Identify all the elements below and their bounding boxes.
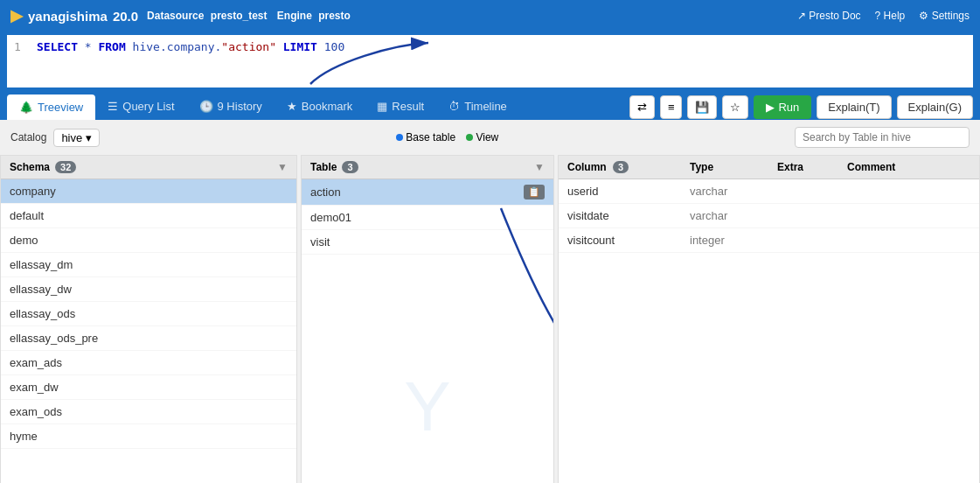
schema-item-ellassay_dm[interactable]: ellassay_dm [1,253,296,277]
col-comment-visitdate [847,209,970,222]
col-comment-userid [847,185,970,198]
col-name-userid: userid [567,185,690,198]
col-header-extra: Extra [777,161,847,173]
col-extra-visitdate [777,209,847,222]
table-item-demo01[interactable]: demo01 [302,206,553,230]
column-header-row: Column 3 Type Extra Comment [559,156,979,179]
schema-item-ellassay_ods_pre[interactable]: ellassay_ods_pre [1,326,296,351]
column-list: userid varchar visitdate varchar visitco… [559,179,979,483]
explain-g-button[interactable]: Explain(G) [897,95,973,119]
column-panel: Column 3 Type Extra Comment userid varch… [558,155,980,483]
table-icon: ▦ [377,100,387,113]
schema-title: Schema [10,161,50,173]
view-legend: View [466,131,498,144]
schema-panel-header: Schema 32 ▼ [1,156,296,179]
col-name-visitdate: visitdate [567,209,690,222]
table-count: 3 [342,161,358,173]
base-table-legend: Base table [396,131,455,144]
tab-timeline[interactable]: ⏱ Timeline [436,94,519,120]
view-dot [466,134,473,141]
col-header-comment: Comment [847,161,970,173]
schema-item-ellassay_ods[interactable]: ellassay_ods [1,302,296,326]
column-count: 3 [613,161,629,173]
gear-icon: ⚙ [919,10,928,22]
watermark: Y [302,332,553,484]
table-list: action 📋 demo01 visit [302,179,553,332]
run-button[interactable]: ▶ Run [754,95,811,119]
line-number: 1 [14,40,28,53]
tab-querylist[interactable]: ☰ Query List [95,94,186,120]
header-right: ↗ Presto Doc ? Help ⚙ Settings [797,10,970,22]
brand: ▶ yanagishima 20.0 [10,6,138,25]
tab-result[interactable]: ▦ Result [365,94,436,120]
tabs-right: ⇄ ≡ 💾 ☆ ▶ Run Explain(T) Explain(G) [629,95,973,119]
catalog-bar: Catalog hive ▾ Base table View [0,120,980,155]
btn-star[interactable]: ☆ [722,95,748,119]
app-name: yanagishima [28,9,108,24]
tabs-bar: 🌲 Treeview ☰ Query List 🕒 9 History ★ Bo… [0,94,980,120]
question-icon: ? [875,10,881,22]
table-title: Table [310,161,337,173]
schema-panel: Schema 32 ▼ company default demo [0,155,297,483]
clock-icon: 🕒 [199,100,213,113]
schema-list: company default demo ellassay_dm ellassa… [1,179,296,483]
btn-switch[interactable]: ⇄ [629,95,655,119]
schema-item-hyme[interactable]: hyme [1,424,296,449]
col-type-visitcount: integer [690,234,777,247]
col-name-visitcount: visitcount [567,234,690,247]
col-header-type: Type [690,161,777,173]
sql-code[interactable]: SELECT * FROM hive.company."action" LIMI… [37,40,344,53]
table-panel-header: Table 3 ▼ [302,156,553,179]
chevron-down-icon: ▾ [86,131,92,144]
help-link[interactable]: ? Help [875,10,906,22]
tab-bookmark[interactable]: ★ Bookmark [275,94,365,120]
tab-history[interactable]: 🕒 9 History [187,94,275,120]
schema-item-exam_dw[interactable]: exam_dw [1,375,296,400]
column-row-visitcount: visitcount integer [559,228,979,253]
col-type-userid: varchar [690,185,777,198]
search-input[interactable] [795,127,970,148]
header-left: ▶ yanagishima 20.0 Datasource presto_tes… [10,6,351,25]
sql-editor[interactable]: 1 SELECT * FROM hive.company."action" LI… [7,35,973,88]
clock2-icon: ⏱ [448,100,460,113]
engine-value: presto [318,10,351,22]
btn-list[interactable]: ≡ [660,95,683,119]
engine-label: Engine [277,10,312,22]
table-panel: Table 3 ▼ action 📋 demo01 visit [301,155,554,483]
catalog-dropdown[interactable]: hive ▾ [53,129,100,147]
schema-item-company[interactable]: company [1,179,296,204]
logo-icon: ▶ [10,6,23,25]
col-header-name: Column 3 [567,161,690,173]
explain-t-button[interactable]: Explain(T) [817,95,891,119]
datasource-value: presto_test [211,10,268,22]
table-item-action[interactable]: action 📋 [302,179,553,206]
schema-item-text: company [10,185,56,198]
schema-item-ellassay_dw[interactable]: ellassay_dw [1,277,296,302]
external-link-icon: ↗ [797,10,806,22]
table-filter-icon[interactable]: ▼ [534,161,545,173]
btn-save[interactable]: 💾 [687,95,717,119]
tabs-left: 🌲 Treeview ☰ Query List 🕒 9 History ★ Bo… [7,94,519,120]
schema-item-exam_ods[interactable]: exam_ods [1,400,296,424]
star-icon: ★ [287,100,297,113]
base-table-dot [396,134,403,141]
schema-item-exam_ads[interactable]: exam_ads [1,351,296,375]
settings-link[interactable]: ⚙ Settings [919,10,970,22]
col-comment-visitcount [847,234,970,247]
schema-filter-icon[interactable]: ▼ [277,161,288,173]
col-type-visitdate: varchar [690,209,777,222]
datasource-label: Datasource [147,10,204,22]
sql-editor-wrapper: 1 SELECT * FROM hive.company."action" LI… [0,32,980,94]
table-copy-button[interactable]: 📋 [524,185,545,200]
tab-treeview[interactable]: 🌲 Treeview [7,94,95,120]
presto-doc-link[interactable]: ↗ Presto Doc [797,10,861,22]
schema-item-default[interactable]: default [1,204,296,228]
column-row-visitdate: visitdate varchar [559,204,979,228]
play-icon: ▶ [766,101,775,114]
app-version: 20.0 [113,9,138,24]
catalog-label: Catalog [10,131,46,144]
schema-item-demo[interactable]: demo [1,228,296,253]
tree-icon: 🌲 [19,101,33,114]
main-content: Catalog hive ▾ Base table View [0,120,980,483]
table-item-visit[interactable]: visit [302,230,553,255]
